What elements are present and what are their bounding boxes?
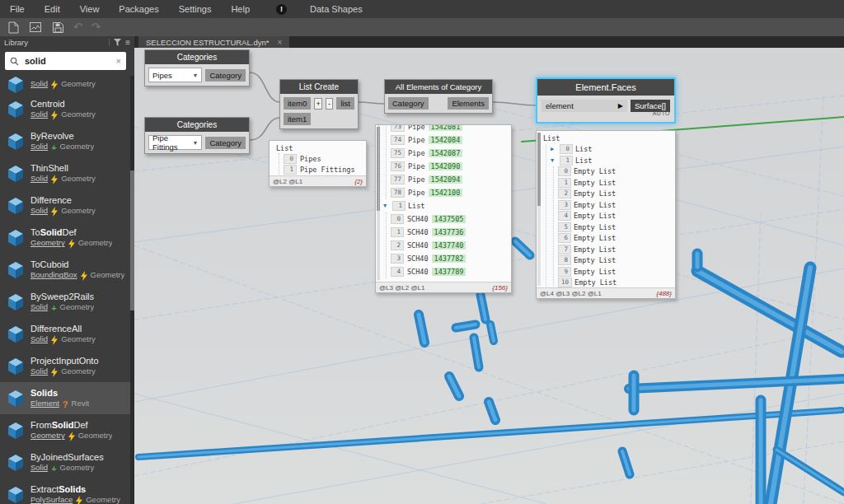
class-link[interactable]: Solid xyxy=(30,110,48,119)
filter-icon[interactable] xyxy=(114,39,121,46)
port-input-item1[interactable]: item1 xyxy=(284,113,311,125)
lacing-mode-label[interactable]: AUTO xyxy=(653,110,670,116)
library-item-signature: SolidGeometry xyxy=(30,366,99,376)
undo-button[interactable]: ↶ xyxy=(73,21,82,34)
library-item[interactable]: FromSolidDefGeometryGeometry xyxy=(0,414,130,446)
class-link[interactable]: Solid xyxy=(30,334,48,344)
library-item-signature: SolidGeometry xyxy=(30,334,96,344)
menu-item-help[interactable]: Help xyxy=(221,0,260,18)
node-list-create[interactable]: List Create item0 + - list item1 xyxy=(279,79,359,129)
collapse-icon[interactable]: ▼ xyxy=(383,203,390,209)
preview-branch-row[interactable]: ▶0List xyxy=(551,144,673,156)
node-title[interactable]: All Elements of Category xyxy=(385,80,492,94)
library-item[interactable]: SolidsElement?Revit xyxy=(0,382,130,414)
library-search-box[interactable]: × xyxy=(5,52,126,70)
port-input-item0[interactable]: item0 xyxy=(284,97,311,110)
redo-button[interactable]: ↷ xyxy=(91,21,101,34)
node-element-faces[interactable]: Element.Faces element ▶ Surface[] AUTO xyxy=(536,77,676,124)
menu-item-data-shapes[interactable]: Data Shapes xyxy=(300,0,373,18)
remove-input-button[interactable]: - xyxy=(326,98,334,110)
port-output-elements[interactable]: Elements xyxy=(448,97,489,110)
library-item[interactable]: SolidGeometry xyxy=(0,76,130,93)
node-title[interactable]: List Create xyxy=(280,80,358,94)
preview-branch-row[interactable]: ▼1List xyxy=(383,199,509,212)
node-title[interactable]: Categories xyxy=(145,50,249,64)
wire-connector[interactable] xyxy=(493,102,537,105)
menu-item-settings[interactable]: Settings xyxy=(169,0,222,18)
new-file-icon xyxy=(8,21,19,34)
class-link[interactable]: Geometry xyxy=(30,238,65,248)
wire-connector[interactable] xyxy=(250,118,280,140)
port-output-category[interactable]: Category xyxy=(205,69,246,82)
library-item[interactable]: BySweep2RailsSolid+Geometry xyxy=(0,286,130,318)
library-scrollbar[interactable] xyxy=(130,76,134,504)
solid-cube-icon xyxy=(7,197,24,215)
expand-icon[interactable]: ▶ xyxy=(551,146,557,152)
clear-search-icon[interactable]: × xyxy=(116,56,121,66)
add-input-button[interactable]: + xyxy=(314,98,322,110)
library-item[interactable]: DifferenceAllSolidGeometry xyxy=(0,318,130,350)
preview-bubble-all-elements[interactable]: 73Pipe154208174Pipe154208475Pipe15420877… xyxy=(375,124,512,293)
class-link[interactable]: Geometry xyxy=(30,431,65,441)
class-link[interactable]: Solid xyxy=(30,206,48,216)
solid-cube-icon xyxy=(7,165,24,183)
node-all-elements-of-category[interactable]: All Elements of Category Category Elemen… xyxy=(384,79,493,114)
node-title[interactable]: Element.Faces xyxy=(537,79,674,96)
owner-label: Geometry xyxy=(61,206,96,216)
class-link[interactable]: Solid xyxy=(30,142,48,152)
library-scrollbar-thumb[interactable] xyxy=(130,170,134,310)
class-link[interactable]: Solid xyxy=(30,79,48,89)
library-item[interactable]: DifferenceSolidGeometry xyxy=(0,189,130,222)
library-item-signature: GeometryGeometry xyxy=(30,238,112,248)
library-item[interactable]: ThinShellSolidGeometry xyxy=(0,157,130,189)
new-file-button[interactable] xyxy=(7,21,20,34)
port-output-list[interactable]: list xyxy=(336,97,354,110)
workspace-canvas[interactable]: Categories Pipes ▼ Category Categories P… xyxy=(134,48,844,504)
port-output-category[interactable]: Category xyxy=(205,137,246,149)
notifications-icon[interactable]: ! xyxy=(276,4,287,15)
menu-item-view[interactable]: View xyxy=(70,0,110,18)
preview-bubble-element-faces[interactable]: List▶0List▼1List0Empty List1Empty List2E… xyxy=(536,130,676,299)
library-item[interactable]: ByJoinedSurfacesSolid+Geometry xyxy=(0,446,130,478)
library-view-menu-icon[interactable]: ≡ xyxy=(125,38,130,47)
export-image-button[interactable] xyxy=(29,21,42,34)
library-item[interactable]: ProjectInputOntoSolidGeometry xyxy=(0,350,130,382)
class-link[interactable]: Solid xyxy=(30,302,48,312)
menu-item-edit[interactable]: Edit xyxy=(35,0,70,18)
owner-label: Geometry xyxy=(86,495,120,504)
preview-branch-row[interactable]: ▼1List xyxy=(551,155,673,166)
class-link[interactable]: BoundingBox xyxy=(30,270,77,280)
library-item-signature: SolidGeometry xyxy=(30,206,96,216)
library-item[interactable]: CentroidSolidGeometry xyxy=(0,93,130,125)
node-categories-fittings[interactable]: Categories Pipe Fittings ▼ Category xyxy=(144,117,250,154)
solid-cube-icon xyxy=(7,76,24,94)
save-button[interactable] xyxy=(51,21,64,34)
port-input-element[interactable]: element ▶ xyxy=(542,100,627,112)
node-categories-pipes[interactable]: Categories Pipes ▼ Category xyxy=(144,49,250,86)
library-item[interactable]: ExtractSolidsPolySurfaceGeometry xyxy=(0,478,130,504)
owner-label: Geometry xyxy=(60,463,95,473)
tab-close-icon[interactable]: × xyxy=(277,38,282,47)
wire-connector[interactable] xyxy=(250,72,280,102)
class-link[interactable]: PolySurface xyxy=(30,495,73,504)
wire-connector[interactable] xyxy=(359,102,385,104)
class-link[interactable]: Element xyxy=(30,399,59,408)
port-input-category[interactable]: Category xyxy=(388,97,429,110)
node-title[interactable]: Categories xyxy=(145,118,249,132)
solid-cube-icon xyxy=(7,229,24,247)
library-item[interactable]: ToCuboidBoundingBoxGeometry xyxy=(0,254,130,286)
library-item[interactable]: ToSolidDefGeometryGeometry xyxy=(0,222,130,254)
category-dropdown[interactable]: Pipe Fittings ▼ xyxy=(148,135,202,150)
category-dropdown[interactable]: Pipes ▼ xyxy=(148,68,202,82)
document-tab[interactable]: SELECCION ESTRUCTURAL.dyn* × xyxy=(138,36,289,48)
search-input[interactable] xyxy=(23,55,112,67)
menu-item-file[interactable]: File xyxy=(0,0,35,18)
class-link[interactable]: Solid xyxy=(30,463,48,473)
menu-item-packages[interactable]: Packages xyxy=(109,0,168,18)
library-item[interactable]: ByRevolveSolid+Geometry xyxy=(0,125,130,157)
class-link[interactable]: Solid xyxy=(30,366,48,376)
collapse-icon[interactable]: ▼ xyxy=(551,157,557,164)
library-item-name: ExtractSolids xyxy=(30,483,120,495)
preview-bubble-list-create[interactable]: List0Pipes1Pipe Fittings @L2 @L1 {2} xyxy=(269,140,367,187)
class-link[interactable]: Solid xyxy=(30,174,48,184)
